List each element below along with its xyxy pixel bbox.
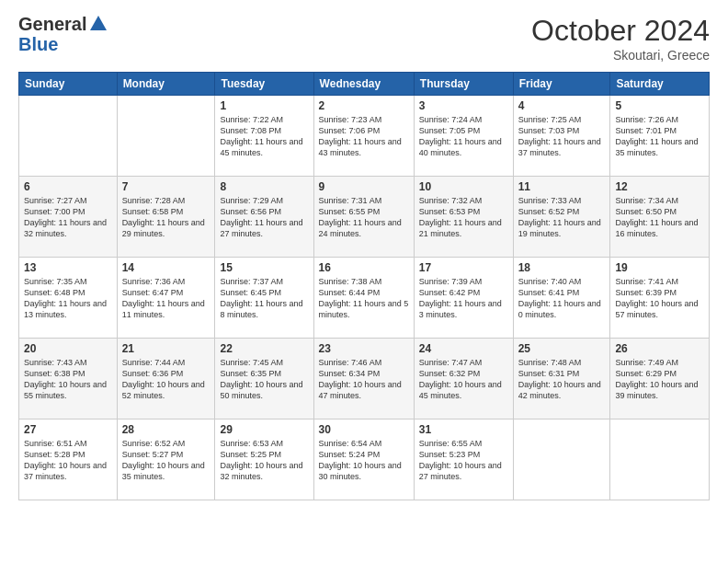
cell-content: Sunrise: 7:27 AMSunset: 7:00 PMDaylight:… [24,195,112,240]
calendar-cell: 14Sunrise: 7:36 AMSunset: 6:47 PMDayligh… [117,258,215,339]
day-number: 20 [24,342,112,355]
calendar-cell: 26Sunrise: 7:49 AMSunset: 6:29 PMDayligh… [610,339,710,419]
cell-content: Sunrise: 7:28 AMSunset: 6:58 PMDaylight:… [122,195,210,240]
calendar-cell [117,96,215,177]
calendar-cell: 23Sunrise: 7:46 AMSunset: 6:34 PMDayligh… [313,339,414,419]
calendar-cell: 30Sunrise: 6:54 AMSunset: 5:24 PMDayligh… [313,419,414,500]
weekday-header: Thursday [414,73,513,96]
page: General Blue October 2024 Skoutari, Gree… [0,0,728,563]
day-number: 27 [24,423,112,436]
day-number: 21 [122,342,210,355]
calendar-cell: 2Sunrise: 7:23 AMSunset: 7:06 PMDaylight… [313,96,414,177]
cell-content: Sunrise: 7:36 AMSunset: 6:47 PMDaylight:… [122,276,210,321]
day-number: 16 [319,261,409,274]
calendar-week-row: 1Sunrise: 7:22 AMSunset: 7:08 PMDaylight… [19,96,710,177]
calendar-cell: 18Sunrise: 7:40 AMSunset: 6:41 PMDayligh… [513,258,610,339]
calendar-cell: 25Sunrise: 7:48 AMSunset: 6:31 PMDayligh… [513,339,610,419]
calendar-cell: 1Sunrise: 7:22 AMSunset: 7:08 PMDaylight… [215,96,313,177]
calendar-cell: 24Sunrise: 7:47 AMSunset: 6:32 PMDayligh… [414,339,513,419]
day-number: 10 [419,180,508,193]
cell-content: Sunrise: 7:45 AMSunset: 6:35 PMDaylight:… [220,357,308,402]
logo: General Blue [18,14,108,54]
day-number: 19 [615,261,704,274]
calendar-cell: 17Sunrise: 7:39 AMSunset: 6:42 PMDayligh… [414,258,513,339]
calendar-cell: 8Sunrise: 7:29 AMSunset: 6:56 PMDaylight… [215,177,313,258]
cell-content: Sunrise: 7:37 AMSunset: 6:45 PMDaylight:… [220,276,308,321]
cell-content: Sunrise: 7:22 AMSunset: 7:08 PMDaylight:… [220,114,308,159]
calendar-cell: 5Sunrise: 7:26 AMSunset: 7:01 PMDaylight… [610,96,710,177]
calendar-cell: 15Sunrise: 7:37 AMSunset: 6:45 PMDayligh… [215,258,313,339]
cell-content: Sunrise: 7:35 AMSunset: 6:48 PMDaylight:… [24,276,112,321]
calendar-cell: 16Sunrise: 7:38 AMSunset: 6:44 PMDayligh… [313,258,414,339]
day-number: 26 [615,342,704,355]
cell-content: Sunrise: 7:33 AMSunset: 6:52 PMDaylight:… [518,195,606,240]
calendar-cell: 9Sunrise: 7:31 AMSunset: 6:55 PMDaylight… [313,177,414,258]
cell-content: Sunrise: 7:40 AMSunset: 6:41 PMDaylight:… [518,276,606,321]
day-number: 3 [419,99,508,112]
day-number: 8 [220,180,308,193]
calendar-cell: 4Sunrise: 7:25 AMSunset: 7:03 PMDaylight… [513,96,610,177]
day-number: 2 [319,99,409,112]
day-number: 23 [319,342,409,355]
cell-content: Sunrise: 6:51 AMSunset: 5:28 PMDaylight:… [24,438,112,483]
cell-content: Sunrise: 7:48 AMSunset: 6:31 PMDaylight:… [518,357,606,402]
cell-content: Sunrise: 7:46 AMSunset: 6:34 PMDaylight:… [319,357,409,402]
calendar-week-row: 13Sunrise: 7:35 AMSunset: 6:48 PMDayligh… [19,258,710,339]
calendar-cell: 27Sunrise: 6:51 AMSunset: 5:28 PMDayligh… [19,419,118,500]
calendar-cell: 22Sunrise: 7:45 AMSunset: 6:35 PMDayligh… [215,339,313,419]
day-number: 25 [518,342,606,355]
cell-content: Sunrise: 7:23 AMSunset: 7:06 PMDaylight:… [319,114,409,159]
calendar-cell: 19Sunrise: 7:41 AMSunset: 6:39 PMDayligh… [610,258,710,339]
calendar-cell: 12Sunrise: 7:34 AMSunset: 6:50 PMDayligh… [610,177,710,258]
logo-icon [88,14,108,34]
day-number: 22 [220,342,308,355]
calendar-cell: 20Sunrise: 7:43 AMSunset: 6:38 PMDayligh… [19,339,118,419]
calendar-week-row: 27Sunrise: 6:51 AMSunset: 5:28 PMDayligh… [19,419,710,500]
calendar-cell: 13Sunrise: 7:35 AMSunset: 6:48 PMDayligh… [19,258,118,339]
calendar-table: SundayMondayTuesdayWednesdayThursdayFrid… [18,72,710,500]
cell-content: Sunrise: 7:26 AMSunset: 7:01 PMDaylight:… [615,114,704,159]
day-number: 5 [615,99,704,112]
day-number: 28 [122,423,210,436]
weekday-header: Wednesday [313,73,414,96]
day-number: 29 [220,423,308,436]
day-number: 30 [319,423,409,436]
day-number: 9 [319,180,409,193]
cell-content: Sunrise: 7:47 AMSunset: 6:32 PMDaylight:… [419,357,508,402]
day-number: 4 [518,99,606,112]
calendar-header-row: SundayMondayTuesdayWednesdayThursdayFrid… [19,73,710,96]
header: General Blue October 2024 Skoutari, Gree… [18,14,710,63]
weekday-header: Saturday [610,73,710,96]
logo-blue: Blue [18,34,108,54]
logo-text: General [18,14,86,34]
day-number: 24 [419,342,508,355]
day-number: 12 [615,180,704,193]
weekday-header: Monday [117,73,215,96]
calendar-cell: 28Sunrise: 6:52 AMSunset: 5:27 PMDayligh… [117,419,215,500]
calendar-cell: 6Sunrise: 7:27 AMSunset: 7:00 PMDaylight… [19,177,118,258]
cell-content: Sunrise: 6:53 AMSunset: 5:25 PMDaylight:… [220,438,308,483]
cell-content: Sunrise: 7:24 AMSunset: 7:05 PMDaylight:… [419,114,508,159]
location: Skoutari, Greece [531,48,710,63]
calendar-week-row: 20Sunrise: 7:43 AMSunset: 6:38 PMDayligh… [19,339,710,419]
calendar-cell: 10Sunrise: 7:32 AMSunset: 6:53 PMDayligh… [414,177,513,258]
day-number: 13 [24,261,112,274]
day-number: 1 [220,99,308,112]
cell-content: Sunrise: 6:52 AMSunset: 5:27 PMDaylight:… [122,438,210,483]
cell-content: Sunrise: 7:44 AMSunset: 6:36 PMDaylight:… [122,357,210,402]
cell-content: Sunrise: 6:54 AMSunset: 5:24 PMDaylight:… [319,438,409,483]
calendar-cell: 21Sunrise: 7:44 AMSunset: 6:36 PMDayligh… [117,339,215,419]
cell-content: Sunrise: 7:29 AMSunset: 6:56 PMDaylight:… [220,195,308,240]
day-number: 14 [122,261,210,274]
month-title: October 2024 [531,14,710,48]
calendar-cell: 29Sunrise: 6:53 AMSunset: 5:25 PMDayligh… [215,419,313,500]
weekday-header: Tuesday [215,73,313,96]
cell-content: Sunrise: 7:25 AMSunset: 7:03 PMDaylight:… [518,114,606,159]
day-number: 17 [419,261,508,274]
cell-content: Sunrise: 7:38 AMSunset: 6:44 PMDaylight:… [319,276,409,321]
cell-content: Sunrise: 7:32 AMSunset: 6:53 PMDaylight:… [419,195,508,240]
day-number: 18 [518,261,606,274]
calendar-cell [610,419,710,500]
calendar-cell: 7Sunrise: 7:28 AMSunset: 6:58 PMDaylight… [117,177,215,258]
calendar-cell: 3Sunrise: 7:24 AMSunset: 7:05 PMDaylight… [414,96,513,177]
